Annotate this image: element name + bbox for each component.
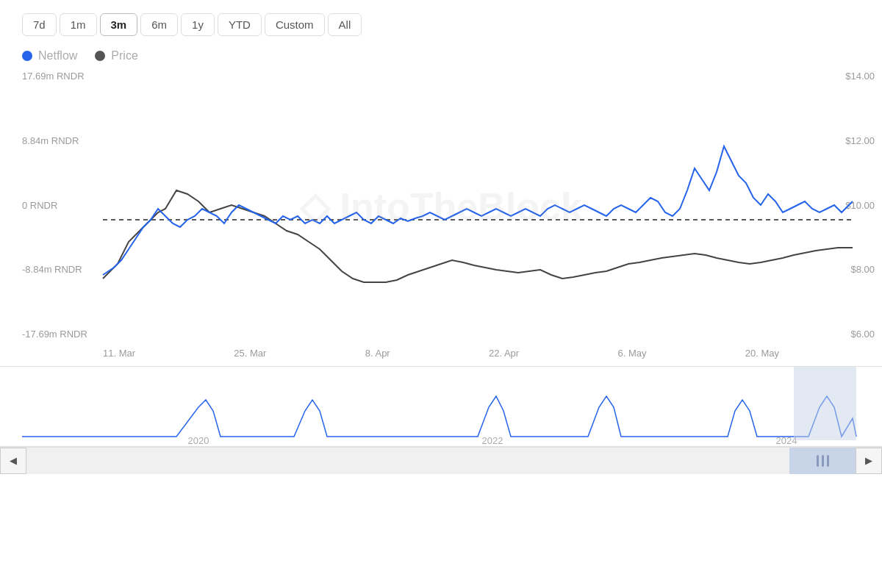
scroll-grip-2 xyxy=(822,455,824,467)
time-btn-ytd[interactable]: YTD xyxy=(218,13,262,36)
legend-dot-gray xyxy=(95,51,105,61)
time-btn-3m[interactable]: 3m xyxy=(100,13,138,36)
scroll-track[interactable] xyxy=(26,448,856,474)
x-axis-label-2: 8. Apr xyxy=(365,348,390,359)
scroll-grip-1 xyxy=(817,455,819,467)
legend-dot-blue xyxy=(22,51,32,61)
svg-text:2022: 2022 xyxy=(482,435,503,446)
x-axis-label-0: 11. Mar xyxy=(103,348,135,359)
legend-item-price: Price xyxy=(95,49,137,62)
scrollbar: ◀ ▶ xyxy=(0,447,882,473)
x-axis-label-1: 25. Mar xyxy=(234,348,266,359)
scroll-left-arrow[interactable]: ◀ xyxy=(0,448,26,474)
x-axis-label-4: 6. May xyxy=(617,348,646,359)
watermark: ◇ IntoTheBlock xyxy=(299,185,582,228)
time-btn-custom[interactable]: Custom xyxy=(265,13,325,36)
svg-text:2020: 2020 xyxy=(188,435,209,446)
mini-chart-svg: 2020 2022 2024 xyxy=(0,367,882,448)
x-axis: 11. Mar25. Mar8. Apr22. Apr6. May20. May xyxy=(0,345,882,359)
scroll-thumb[interactable] xyxy=(789,448,856,474)
time-btn-6m[interactable]: 6m xyxy=(140,13,178,36)
time-btn-1y[interactable]: 1y xyxy=(181,13,215,36)
svg-rect-4 xyxy=(794,367,856,440)
legend-item-netflow: Netflow xyxy=(22,49,77,62)
scroll-right-arrow[interactable]: ▶ xyxy=(856,448,882,474)
x-axis-label-5: 20. May xyxy=(745,348,779,359)
main-chart-svg: ◇ IntoTheBlock xyxy=(0,65,882,345)
time-range-bar: 7d1m3m6m1yYTDCustomAll xyxy=(0,0,882,43)
legend-label-netflow: Netflow xyxy=(38,49,77,62)
main-container: 7d1m3m6m1yYTDCustomAll NetflowPrice 17.6… xyxy=(0,0,882,588)
time-btn-1m[interactable]: 1m xyxy=(60,13,97,36)
time-btn-all[interactable]: All xyxy=(328,13,362,36)
legend: NetflowPrice xyxy=(0,43,882,65)
main-chart-area: 17.69m RNDR8.84m RNDR0 RNDR-8.84m RNDR-1… xyxy=(0,65,882,345)
scroll-grip-3 xyxy=(827,455,829,467)
x-axis-label-3: 22. Apr xyxy=(489,348,519,359)
mini-chart-area: 2020 2022 2024 xyxy=(0,366,882,447)
time-btn-7d[interactable]: 7d xyxy=(22,13,57,36)
legend-label-price: Price xyxy=(111,49,137,62)
